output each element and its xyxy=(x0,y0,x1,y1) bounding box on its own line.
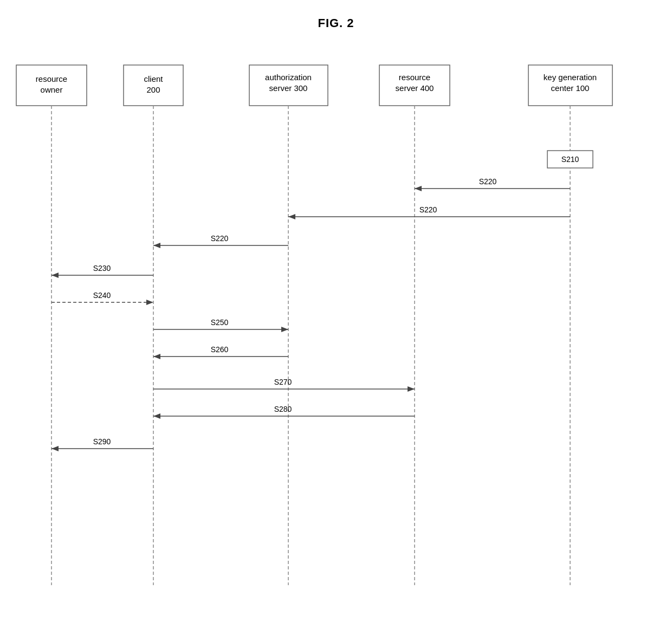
svg-rect-9 xyxy=(379,65,450,106)
svg-text:client: client xyxy=(144,74,163,83)
svg-text:server 300: server 300 xyxy=(269,83,308,93)
svg-marker-29 xyxy=(153,243,160,248)
svg-text:S280: S280 xyxy=(274,405,292,413)
svg-marker-32 xyxy=(51,273,59,278)
svg-text:S220: S220 xyxy=(419,205,437,214)
svg-text:S240: S240 xyxy=(93,291,111,300)
fig-title: FIG. 2 xyxy=(0,0,672,30)
svg-marker-26 xyxy=(288,214,295,219)
svg-text:S290: S290 xyxy=(93,437,111,446)
svg-rect-6 xyxy=(249,65,328,106)
svg-text:resource: resource xyxy=(36,74,67,83)
svg-rect-0 xyxy=(16,65,87,106)
svg-text:authorization: authorization xyxy=(265,73,312,82)
svg-marker-38 xyxy=(281,327,288,332)
svg-marker-41 xyxy=(153,354,160,359)
svg-marker-47 xyxy=(153,413,160,419)
svg-rect-3 xyxy=(124,65,183,106)
svg-marker-44 xyxy=(408,386,415,392)
svg-marker-23 xyxy=(415,186,422,191)
svg-text:S260: S260 xyxy=(211,345,229,354)
svg-text:200: 200 xyxy=(146,85,160,94)
svg-text:resource: resource xyxy=(399,73,430,82)
svg-text:key generation: key generation xyxy=(544,73,597,82)
diagram-container: FIG. 2 resource owner client 200 authori… xyxy=(0,0,672,622)
svg-text:S220: S220 xyxy=(479,177,497,186)
svg-text:center 100: center 100 xyxy=(551,83,590,93)
svg-text:owner: owner xyxy=(41,85,63,94)
svg-text:S220: S220 xyxy=(211,234,229,243)
svg-marker-50 xyxy=(51,446,59,451)
svg-rect-20 xyxy=(547,151,593,168)
svg-text:S270: S270 xyxy=(274,378,292,386)
sequence-diagram: resource owner client 200 authorization … xyxy=(0,0,672,622)
svg-rect-12 xyxy=(528,65,612,106)
svg-text:S210: S210 xyxy=(561,155,579,164)
svg-text:S230: S230 xyxy=(93,264,111,273)
svg-text:S250: S250 xyxy=(211,318,229,327)
svg-marker-35 xyxy=(146,300,153,305)
svg-text:server 400: server 400 xyxy=(396,83,434,93)
